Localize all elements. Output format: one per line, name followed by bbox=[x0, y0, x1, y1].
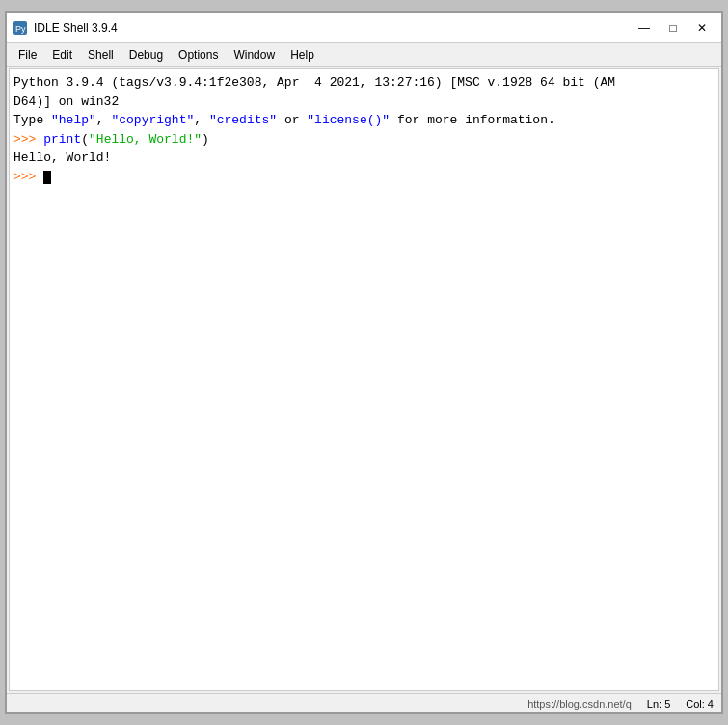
window-title: IDLE Shell 3.9.4 bbox=[34, 21, 118, 35]
menu-debug[interactable]: Debug bbox=[121, 46, 171, 64]
python-icon: Py bbox=[13, 20, 28, 36]
status-col: Col: 4 bbox=[686, 698, 714, 710]
shell-output: Hello, World! bbox=[13, 148, 715, 168]
or-text: or bbox=[277, 113, 307, 127]
prompt-1: >>> bbox=[13, 132, 43, 147]
minimize-button[interactable]: — bbox=[631, 17, 658, 39]
credits-keyword: "credits" bbox=[209, 113, 277, 127]
help-keyword: "help" bbox=[51, 113, 96, 127]
idle-window: Py IDLE Shell 3.9.4 — □ ✕ File Edit Shel… bbox=[5, 11, 723, 714]
type-text: Type bbox=[13, 113, 51, 127]
title-bar: Py IDLE Shell 3.9.4 — □ ✕ bbox=[7, 13, 721, 43]
print-keyword: print bbox=[43, 132, 81, 147]
comma1: , bbox=[96, 113, 112, 127]
cursor bbox=[43, 171, 51, 184]
string-arg: "Hello, World!" bbox=[89, 132, 202, 147]
menu-file[interactable]: File bbox=[11, 46, 44, 64]
menu-options[interactable]: Options bbox=[171, 46, 226, 64]
shell-prompt-1: >>> print("Hello, World!") bbox=[13, 130, 715, 149]
close-paren: ) bbox=[202, 132, 209, 147]
shell-content[interactable]: Python 3.9.4 (tags/v3.9.4:1f2e308, Apr 4… bbox=[9, 68, 719, 691]
menu-help[interactable]: Help bbox=[283, 46, 322, 64]
open-paren: ( bbox=[81, 132, 89, 147]
maximize-button[interactable]: □ bbox=[660, 17, 687, 39]
license-keyword: "license()" bbox=[307, 113, 390, 127]
title-buttons: — □ ✕ bbox=[631, 17, 715, 39]
shell-line-3: Type "help", "copyright", "credits" or "… bbox=[13, 111, 715, 130]
prompt-2: >>> bbox=[13, 170, 43, 184]
menu-shell[interactable]: Shell bbox=[80, 46, 121, 64]
svg-text:Py: Py bbox=[15, 24, 26, 34]
close-button[interactable]: ✕ bbox=[688, 17, 715, 39]
menu-edit[interactable]: Edit bbox=[44, 46, 80, 64]
info-text: for more information. bbox=[390, 113, 555, 127]
menu-window[interactable]: Window bbox=[226, 46, 283, 64]
status-ln: Ln: 5 bbox=[647, 698, 670, 710]
comma2: , bbox=[194, 113, 209, 127]
shell-line-2: D64)] on win32 bbox=[13, 93, 715, 112]
shell-line-1: Python 3.9.4 (tags/v3.9.4:1f2e308, Apr 4… bbox=[13, 73, 715, 93]
copyright-keyword: "copyright" bbox=[111, 113, 194, 127]
status-link: https://blog.csdn.net/q bbox=[527, 698, 632, 710]
menu-bar: File Edit Shell Debug Options Window Hel… bbox=[7, 43, 721, 67]
title-bar-left: Py IDLE Shell 3.9.4 bbox=[13, 20, 118, 36]
status-bar: https://blog.csdn.net/q Ln: 5 Col: 4 bbox=[7, 693, 721, 712]
shell-prompt-2[interactable]: >>> bbox=[13, 168, 715, 187]
